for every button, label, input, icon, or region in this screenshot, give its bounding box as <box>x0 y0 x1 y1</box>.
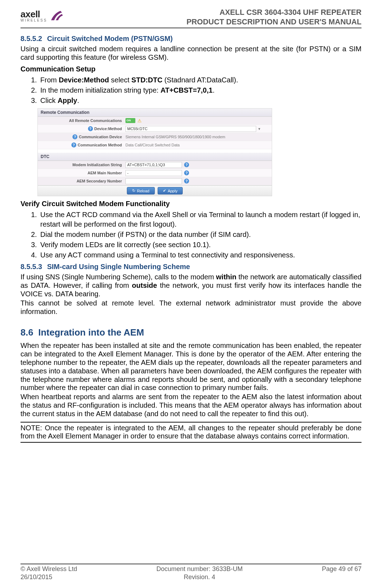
help-icon[interactable]: ? <box>72 134 77 139</box>
help-icon[interactable]: ? <box>88 126 93 131</box>
modem-init-input[interactable] <box>125 162 182 168</box>
warning-icon: ⚠ <box>137 118 142 123</box>
logo: axell WIRELESS <box>20 8 64 23</box>
aem-main-input[interactable] <box>125 170 182 176</box>
setup-step-2: In the modem initialization string type:… <box>39 86 362 95</box>
help-icon[interactable]: ? <box>71 142 76 147</box>
help-icon[interactable]: ? <box>184 179 189 184</box>
config-screenshot: Remote Communication All Remote Communic… <box>37 108 272 196</box>
para-86-2: When heartbeat reports and alarms are se… <box>20 393 362 418</box>
page-header: axell WIRELESS AXELL CSR 3604-3304 UHF R… <box>20 8 362 28</box>
row-aem-secondary: AEM Secondary Number ? <box>38 177 272 185</box>
row-device-method: ?Device:Method ▾ <box>38 125 272 133</box>
check-icon: ✔ <box>163 188 166 193</box>
footer-right: Page 49 of 67 <box>322 565 362 581</box>
verify-step-4: Use any ACT command using a Terminal to … <box>39 250 362 260</box>
footer-center: Document number: 3633B-UM Revision. 4 <box>157 565 243 581</box>
aem-secondary-input[interactable] <box>125 178 182 184</box>
chevron-down-icon[interactable]: ▾ <box>258 127 260 131</box>
para-8553-1: If using SNS (Single Numbering Scheme), … <box>20 273 362 298</box>
toggle-on[interactable]: ON <box>125 118 135 123</box>
panel-dtc: DTC <box>38 153 272 161</box>
para-8553-2: This cannot be solved at remote level. T… <box>20 299 362 316</box>
setup-steps: From Device:Method select STD:DTC (Stadn… <box>20 75 362 105</box>
row-modem-init: Modem Initialization String ? <box>38 161 272 169</box>
setup-step-1: From Device:Method select STD:DTC (Stadn… <box>39 75 362 85</box>
page-footer: © Axell Wireless Ltd 26/10/2015 Document… <box>20 564 362 581</box>
note-block: NOTE: Once the repeater is integrated to… <box>20 422 362 443</box>
panel-remote-comm: Remote Communication <box>38 109 272 117</box>
reload-icon: ↻ <box>132 188 135 193</box>
heading-86: 8.6Integration into the AEM <box>20 327 362 338</box>
row-comm-method: ?Communication Method Data Call/Circuit … <box>38 141 272 149</box>
reload-button[interactable]: ↻Reload <box>127 187 155 194</box>
document-title: AXELL CSR 3604-3304 UHF REPEATER PRODUCT… <box>187 8 362 27</box>
row-comm-device: ?Communication Device Siemens Internal G… <box>38 133 272 141</box>
logo-mark-icon <box>49 8 64 23</box>
verify-steps: Use the ACT RCD command via the Axell Sh… <box>20 210 362 260</box>
device-method-select[interactable] <box>125 126 256 132</box>
verify-step-3: Verify modem LEDs are lit correctly (see… <box>39 240 362 250</box>
heading-8552: 8.5.5.2Circuit Switched Modem (PSTN/GSM) <box>20 35 362 43</box>
verify-step-2: Dial the modem number (if PSTN) or the d… <box>39 230 362 239</box>
setup-step-3: Click Apply. <box>39 96 362 105</box>
button-bar: ↻Reload ✔Apply <box>38 185 272 196</box>
setup-heading: Communication Setup <box>20 65 362 73</box>
footer-left: © Axell Wireless Ltd 26/10/2015 <box>20 565 77 581</box>
apply-button[interactable]: ✔Apply <box>158 187 183 194</box>
heading-8553: 8.5.5.3SIM-card Using Single Numbering S… <box>20 263 362 271</box>
row-aem-main: AEM Main Number ? <box>38 169 272 177</box>
help-icon[interactable]: ? <box>184 162 189 167</box>
verify-step-1: Use the ACT RCD command via the Axell Sh… <box>39 210 362 229</box>
verify-heading: Verify Circuit Switched Modem Functional… <box>20 200 362 208</box>
help-icon[interactable]: ? <box>184 170 189 175</box>
intro-8552: Using a circuit switched modem requires … <box>20 45 362 62</box>
logo-subtext: WIRELESS <box>20 18 47 22</box>
row-all-remote: All Remote Communications ON ⚠ <box>38 117 272 125</box>
para-86-1: When the repeater has been installed at … <box>20 342 362 392</box>
